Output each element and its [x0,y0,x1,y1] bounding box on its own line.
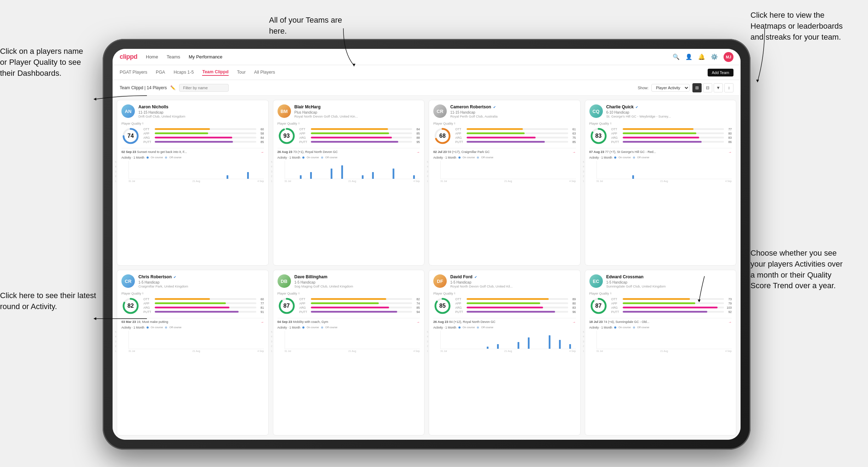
person-icon[interactable]: 👤 [685,53,692,60]
player-card[interactable]: DF David Ford ✔ 1-5 Handicap Royal North… [429,270,581,435]
stat-label-ott: OTT [455,127,465,131]
chart-label: 31 Jul [129,350,135,352]
chart-area [129,331,264,349]
chart-area [596,331,732,349]
quality-circle[interactable]: 68 [433,127,452,145]
player-name[interactable]: Chris Robertson ✔ [138,274,264,280]
stat-label-putt: PUTT [299,310,309,314]
show-select[interactable]: Player Activity [651,84,690,92]
quality-circle[interactable]: 82 [121,297,140,315]
player-name[interactable]: Aaron Nicholls [138,104,264,110]
player-avatar: BM [278,104,291,118]
tab-pga[interactable]: PGA [156,70,165,75]
player-handicap: 1-5 Handicap [450,280,576,284]
quality-circle[interactable]: 87 [589,297,608,315]
stat-row-putt: PUTT 94 [299,310,420,314]
off-course-label: Off course [481,326,493,329]
chart-bar [327,169,337,179]
sort-view-button[interactable]: ↕ [724,83,733,92]
on-course-dot [458,156,461,159]
chart-label: 21 Aug [193,350,200,352]
on-course-label: On course [618,326,631,329]
y-labels: 5 4 3 2 1 [583,161,584,182]
on-course-label: On course [618,156,631,159]
quality-section: 87 OTT 82 APP 74 ARG 85 [278,297,420,315]
list-view-button[interactable]: ⊟ [703,83,712,92]
recent-round[interactable]: 02 Jul 23 59 (+17), Craigmillar Park GC … [433,148,576,154]
recent-round[interactable]: 04 Sep 23 Mobility with coach, Gym → [278,318,420,324]
activity-section: Activity · 1 Month On course Off course … [433,156,576,182]
tab-pgat-players[interactable]: PGAT Players [120,70,147,75]
stat-row-arg: ARG 88 [299,136,420,139]
player-card[interactable]: EC Edward Crossman 1-5 Handicap Sunningd… [585,270,737,435]
player-avatar: DB [278,274,291,288]
recent-round-text: 07 Aug 23 77 (+7), St George's Hill GC -… [589,150,656,154]
activity-section: Activity · 1 Month On course Off course … [433,326,576,352]
player-name[interactable]: Blair McHarg [295,104,420,110]
avatar[interactable]: MJ [724,52,733,62]
tab-hcaps[interactable]: Hcaps 1-5 [173,70,194,75]
player-name[interactable]: Cameron Robertson ✔ [450,104,576,110]
activity-title: Activity · 1 Month [433,326,456,329]
stat-value-arg: 84 [258,136,264,139]
stat-value-putt: 91 [258,310,264,314]
player-info: Cameron Robertson ✔ 11-15 Handicap Royal… [450,104,576,118]
add-team-button[interactable]: Add Team [708,69,733,76]
player-card[interactable]: CQ Charlie Quick ✔ 6-10 Handicap St. Geo… [585,100,737,266]
quality-label: Player Quality ℹ [121,292,264,295]
recent-round[interactable]: 07 Aug 23 77 (+7), St George's Hill GC -… [589,148,732,154]
chart-label: 31 Jul [129,180,135,182]
player-avatar: CR [121,274,135,288]
stat-label-ott: OTT [299,297,309,301]
quality-circle[interactable]: 74 [121,127,140,145]
round-arrow: → [261,320,264,324]
tab-all-players[interactable]: All Players [254,70,275,75]
quality-section: 74 OTT 60 APP 58 ARG 84 [121,127,264,145]
stat-label-putt: PUTT [455,310,465,314]
recent-round[interactable]: 18 Jul 23 74 (+4), Sunningdale GC - Old.… [589,318,732,324]
player-header: DF David Ford ✔ 1-5 Handicap Royal North… [433,274,576,288]
quality-circle[interactable]: 93 [278,127,296,145]
player-name[interactable]: David Ford ✔ [450,274,576,280]
search-input[interactable] [179,84,229,92]
tab-tour[interactable]: Tour [237,70,246,75]
quality-circle[interactable]: 87 [278,297,296,315]
settings-icon[interactable]: ⚙️ [711,53,718,60]
quality-circle[interactable]: 83 [589,127,608,145]
search-icon[interactable]: 🔍 [673,53,680,60]
player-card[interactable]: BM Blair McHarg Plus Handicap Royal Nort… [273,100,425,266]
player-card[interactable]: CR Cameron Robertson ✔ 11-15 Handicap Ro… [429,100,581,266]
quality-circle[interactable]: 85 [433,297,452,315]
stat-value-ott: 61 [570,127,576,131]
bell-icon[interactable]: 🔔 [698,53,705,60]
activity-legend: On course Off course [302,156,337,159]
player-club: St. George's Hill GC - Weybridge - Surre… [606,114,732,118]
player-name[interactable]: Dave Billingham [295,274,420,280]
nav-home[interactable]: Home [146,54,158,59]
edit-icon[interactable]: ✏️ [170,85,176,90]
player-card[interactable]: CR Chris Robertson ✔ 1-5 Handicap Craigm… [117,270,269,435]
stat-value-arg: 88 [413,136,420,139]
stat-value-ott: 60 [258,297,264,301]
player-club: Drift Golf Club, United Kingdom [138,114,264,118]
stat-value-arg: 75 [570,136,576,139]
player-card[interactable]: AN Aaron Nicholls 11-15 Handicap Drift G… [117,100,269,266]
player-name[interactable]: Charlie Quick ✔ [606,104,732,110]
recent-round[interactable]: 02 Sep 23 Sunset round to get back into … [121,148,264,154]
filter-view-button[interactable]: ▼ [714,83,723,92]
grid-view-button[interactable]: ⊞ [692,83,702,92]
player-name[interactable]: Edward Crossman [606,274,732,280]
nav-my-performance[interactable]: My Performance [189,54,222,59]
stat-label-arg: ARG [611,136,621,139]
nav-teams[interactable]: Teams [167,54,180,59]
player-card[interactable]: DB Dave Billingham 1-5 Handicap Sog Magi… [273,270,425,435]
y-labels: 5 4 3 2 1 [271,161,273,182]
stat-label-putt: PUTT [455,140,465,144]
recent-round[interactable]: 26 Aug 23 84 (+12), Royal North Devon GC… [433,318,576,324]
tab-team-clippd[interactable]: Team Clippd [202,69,228,76]
stat-row-ott: OTT 61 [455,127,576,131]
recent-round[interactable]: 26 Aug 23 73 (+1), Royal North Devon GC … [278,148,420,154]
quality-score: 82 [127,303,134,309]
activity-legend: On course Off course [147,156,182,159]
recent-round[interactable]: 03 Mar 23 19, Must make putting → [121,318,264,324]
